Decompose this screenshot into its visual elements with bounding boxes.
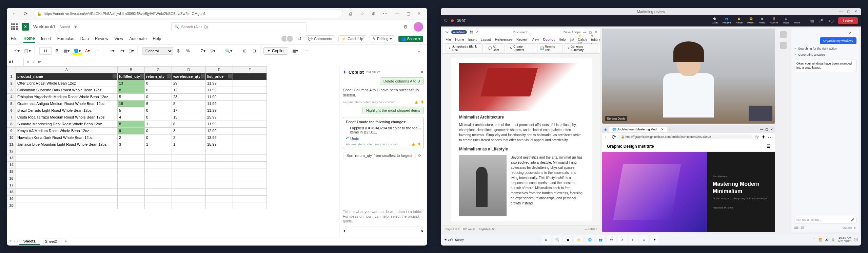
notifications-icon[interactable]: 💬 [854,238,858,241]
sparkle-prompt-icon[interactable]: ✦ [343,229,346,233]
fill-color-button[interactable]: 🪣▾ [72,47,82,55]
word-maximize[interactable]: ▢ [589,31,592,34]
new-tab-button[interactable]: + [669,128,671,131]
view-button[interactable]: ▦View [759,17,765,24]
wtab-references[interactable]: References [495,38,512,41]
video-tile[interactable]: Serena Davis [602,29,775,124]
minimize-button[interactable]: — [393,9,402,18]
app-launcher-icon[interactable] [11,23,18,30]
thumbs-up-icon[interactable]: 👍 [414,101,418,104]
tab-home[interactable]: Home [23,35,35,43]
tab-insert[interactable]: Insert [41,35,51,42]
word-count[interactable]: 258 words [463,228,475,231]
close-button[interactable]: ✕ [852,8,859,15]
weather-widget[interactable]: ☀ 78°F Sunny [444,238,464,241]
spreadsheet-grid[interactable]: ABCDEF1product_namefulfilled_qtyreturn_q… [7,66,267,209]
name-box[interactable]: A1 [7,58,24,66]
wc-refresh-icon[interactable]: ⟳ [849,31,851,35]
find-button[interactable]: 🔍▾ [224,47,234,55]
sheet-menu-icon[interactable]: ≡ [9,239,12,243]
raise-hand-button[interactable]: ✋Raise [736,17,743,24]
edge-url[interactable]: 🔒 https://graphicdesigninstitute.com/art… [618,134,752,139]
minimize-button[interactable]: — [837,8,844,15]
tab-automate[interactable]: Automate [129,35,146,42]
tab-help[interactable]: Help [153,35,161,42]
back-button[interactable]: ← [10,10,18,18]
percent-button[interactable]: % [184,47,192,55]
ppt-taskbar-icon[interactable]: P [629,235,637,244]
tab-file[interactable]: File [11,35,17,42]
tab-formulas[interactable]: Formulas [57,35,74,42]
wc-guide-icon[interactable]: ⌨ [794,226,798,230]
leave-button[interactable]: Leave [838,17,858,24]
tab-view[interactable]: View [114,35,123,42]
sheet-next-icon[interactable]: › [17,239,18,243]
edge-minimize[interactable]: — [760,128,763,131]
word-close[interactable]: ✕ [595,31,597,34]
overflow-icon[interactable]: ⋯ [302,47,310,55]
camera-button[interactable]: 📹 [810,19,814,23]
maximize-button[interactable]: ▢ [845,8,852,15]
save-icon[interactable]: 💾 [470,31,473,34]
catchup-button[interactable]: ⚡ Catch Up [338,35,366,42]
delete-cells-button[interactable]: ⊟ [250,47,258,55]
wc-input[interactable]: Ask me anything... 🎤 [794,216,856,223]
share-button[interactable]: 👥 Share ▾ [398,36,423,42]
tray-chevron[interactable]: ⌃ [813,238,816,241]
page-count[interactable]: Page 2 of 3 [446,228,459,231]
wtab-view[interactable]: View [532,38,539,41]
people-button[interactable]: 👥People [723,17,731,24]
clock-date[interactable]: 9/21/2023 [838,240,851,243]
refresh-button[interactable]: ⟳ [22,10,30,18]
chat-button[interactable]: 💬Chat [712,17,718,24]
merge-button[interactable]: ⊟▾ [127,47,135,55]
insert-cells-button[interactable]: ⊞ [241,47,249,55]
more-icon[interactable]: ⋯ [381,10,389,18]
wtab-home[interactable]: Home [455,38,464,41]
battery-icon[interactable]: 🔋 [831,238,835,241]
sheet-tab-2[interactable]: Sheet2 [41,238,61,245]
rail-icon-2[interactable] [780,42,787,49]
task-view[interactable]: ▣ [564,235,572,244]
taskbar-search[interactable]: 🔍 [553,235,561,244]
language[interactable]: English (U.S.) [479,228,495,231]
summary-button[interactable]: ≡ Generate Summary [565,43,597,53]
thumbs-down-icon[interactable]: 👎 [420,101,424,104]
presence-avatars[interactable] [283,35,294,42]
chevron-down-icon[interactable]: ▾ [74,23,77,30]
wtab-layout[interactable]: Layout [481,38,491,41]
edge-favorite[interactable]: ☆ [754,134,759,140]
collapse-ribbon-icon[interactable]: ⌄ [415,47,423,55]
presence-count[interactable]: +4 [297,37,301,41]
font-size-input[interactable] [39,47,52,55]
mic-icon[interactable]: 🎤 [851,218,854,221]
send-button[interactable]: ➤ [421,229,424,233]
edge-close[interactable]: ✕ [770,128,773,131]
autosave-toggle[interactable]: AutoSave [451,30,467,34]
zoom-controls[interactable]: — 100% + [585,228,597,231]
excel-taskbar-icon[interactable]: X [618,235,627,244]
thumbs-up-icon[interactable]: 👍 [411,143,415,146]
more-font-icon[interactable]: ⋯ [93,47,101,55]
collections-icon[interactable]: ⊕ [370,10,378,18]
grid-area[interactable]: ABCDEF1product_namefulfilled_qtyreturn_q… [7,66,339,237]
ai-chat-button[interactable]: 💬 AI Chat [485,43,505,53]
wifi-icon[interactable]: 📶 [818,238,822,241]
undo-link[interactable]: ↶ Undo [346,136,421,141]
copilot-taskbar-icon[interactable]: ✦ [650,235,659,244]
bold-button[interactable]: B [53,47,61,55]
number-format-dropdown[interactable]: General [142,47,173,55]
user-avatar[interactable] [414,22,423,32]
self-view[interactable] [749,106,772,121]
teams-taskbar-icon[interactable]: 👥 [596,235,605,244]
react-button[interactable]: 😊React [747,17,754,24]
wrap-button[interactable]: ⤶▾ [118,47,126,55]
editing-dropdown[interactable]: ✎ Editing ▾ [370,35,395,42]
thumbs-down-icon[interactable]: 👎 [417,143,421,146]
volume-icon[interactable]: 🔊 [825,238,829,241]
suggestion-chip[interactable]: Sort 'return_qty' from smallest to large… [343,152,416,159]
edge-maximize[interactable]: ▢ [765,128,768,131]
formula-input[interactable]: ✕ ✓ fx [24,60,427,64]
word-taskbar-icon[interactable]: W [607,235,616,244]
edge-refresh[interactable]: ⟳ [612,134,616,140]
